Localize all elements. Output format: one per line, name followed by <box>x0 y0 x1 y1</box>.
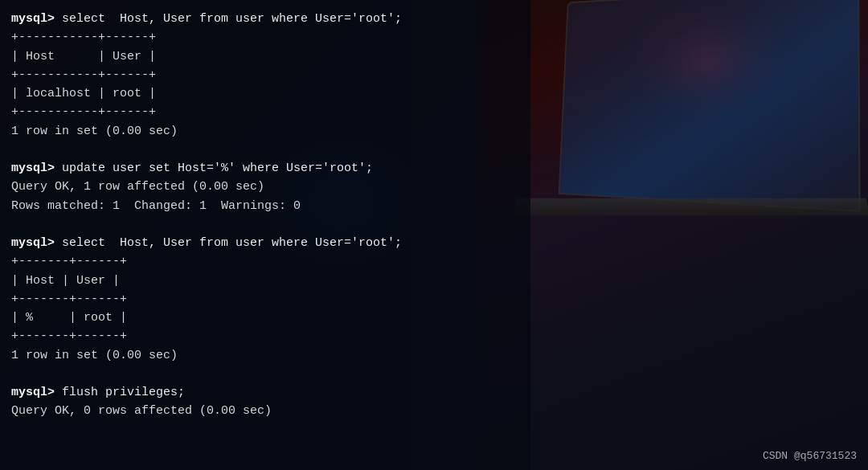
terminal-line-l11: Rows matched: 1 Changed: 1 Warnings: 0 <box>11 197 519 215</box>
laptop-base <box>513 198 868 216</box>
terminal-line-l17: | % | root | <box>11 309 519 327</box>
terminal-line-l20 <box>11 365 519 383</box>
watermark: CSDN @q56731523 <box>763 450 857 462</box>
terminal-line-l19: 1 row in set (0.00 sec) <box>11 346 519 365</box>
terminal-line-l8 <box>11 141 519 159</box>
laptop-screen <box>559 0 861 212</box>
terminal-line-l13: mysql> select Host, User from user where… <box>11 234 519 252</box>
terminal-line-l18: +-------+------+ <box>11 327 519 345</box>
terminal-line-l14: +-------+------+ <box>11 252 519 271</box>
terminal-window: mysql> select Host, User from user where… <box>0 0 530 470</box>
terminal-line-l10: Query OK, 1 row affected (0.00 sec) <box>11 178 519 196</box>
command-text: update user set Host='%' where User='roo… <box>62 161 373 175</box>
prompt-marker: mysql> <box>11 161 62 175</box>
terminal-line-l5: | localhost | root | <box>11 84 519 103</box>
terminal-line-l16: +-------+------+ <box>11 290 519 309</box>
terminal-line-l21: mysql> flush privileges; <box>11 383 519 402</box>
terminal-line-l4: +-----------+------+ <box>11 66 519 84</box>
terminal-line-l9: mysql> update user set Host='%' where Us… <box>11 159 519 178</box>
command-text: flush privileges; <box>62 386 185 399</box>
prompt-marker: mysql> <box>11 386 62 399</box>
watermark-text: CSDN @q56731523 <box>763 450 857 462</box>
prompt-marker: mysql> <box>11 12 62 26</box>
terminal-line-l6: +-----------+------+ <box>11 103 519 121</box>
command-text: select Host, User from user where User='… <box>62 236 402 250</box>
terminal-line-l7: 1 row in set (0.00 sec) <box>11 122 519 141</box>
prompt-marker: mysql> <box>11 236 62 250</box>
terminal-line-l12 <box>11 215 519 234</box>
terminal-line-l2: +-----------+------+ <box>11 28 519 47</box>
terminal-line-l22: Query OK, 0 rows affected (0.00 sec) <box>11 402 519 420</box>
terminal-line-l15: | Host | User | <box>11 272 519 290</box>
command-text: select Host, User from user where User='… <box>62 12 402 26</box>
terminal-line-l3: | Host | User | <box>11 47 519 66</box>
terminal-line-l1: mysql> select Host, User from user where… <box>11 10 519 28</box>
